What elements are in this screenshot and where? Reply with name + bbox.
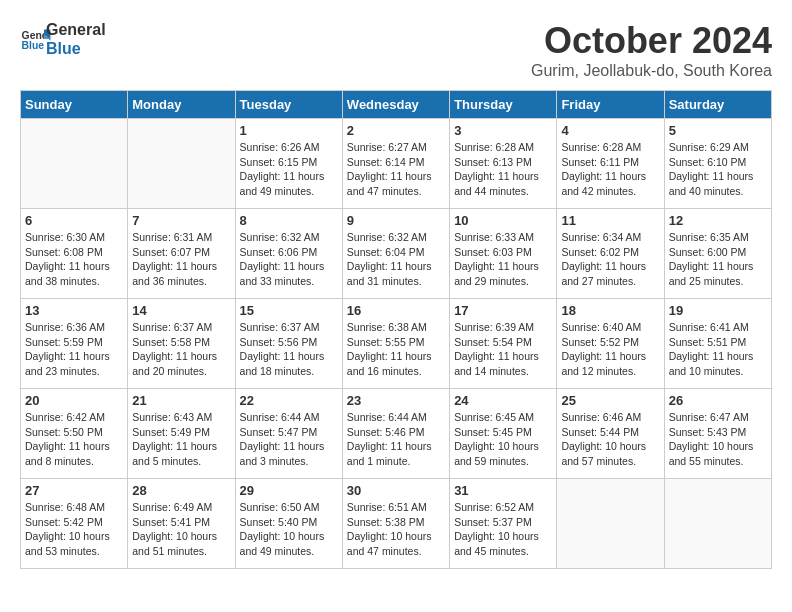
day-number: 27: [25, 483, 123, 498]
calendar-cell: 16Sunrise: 6:38 AMSunset: 5:55 PMDayligh…: [342, 299, 449, 389]
calendar-table: SundayMondayTuesdayWednesdayThursdayFrid…: [20, 90, 772, 569]
cell-content: Sunrise: 6:44 AMSunset: 5:47 PMDaylight:…: [240, 410, 338, 469]
calendar-cell: 24Sunrise: 6:45 AMSunset: 5:45 PMDayligh…: [450, 389, 557, 479]
calendar-cell: 12Sunrise: 6:35 AMSunset: 6:00 PMDayligh…: [664, 209, 771, 299]
cell-content: Sunrise: 6:51 AMSunset: 5:38 PMDaylight:…: [347, 500, 445, 559]
day-number: 23: [347, 393, 445, 408]
weekday-header-thursday: Thursday: [450, 91, 557, 119]
calendar-cell: 3Sunrise: 6:28 AMSunset: 6:13 PMDaylight…: [450, 119, 557, 209]
calendar-cell: [128, 119, 235, 209]
calendar-cell: [664, 479, 771, 569]
cell-content: Sunrise: 6:33 AMSunset: 6:03 PMDaylight:…: [454, 230, 552, 289]
cell-content: Sunrise: 6:37 AMSunset: 5:58 PMDaylight:…: [132, 320, 230, 379]
calendar-cell: 22Sunrise: 6:44 AMSunset: 5:47 PMDayligh…: [235, 389, 342, 479]
day-number: 20: [25, 393, 123, 408]
cell-content: Sunrise: 6:28 AMSunset: 6:13 PMDaylight:…: [454, 140, 552, 199]
calendar-cell: 10Sunrise: 6:33 AMSunset: 6:03 PMDayligh…: [450, 209, 557, 299]
calendar-cell: [21, 119, 128, 209]
calendar-body: 1Sunrise: 6:26 AMSunset: 6:15 PMDaylight…: [21, 119, 772, 569]
calendar-cell: 15Sunrise: 6:37 AMSunset: 5:56 PMDayligh…: [235, 299, 342, 389]
day-number: 31: [454, 483, 552, 498]
calendar-cell: 25Sunrise: 6:46 AMSunset: 5:44 PMDayligh…: [557, 389, 664, 479]
day-number: 21: [132, 393, 230, 408]
cell-content: Sunrise: 6:40 AMSunset: 5:52 PMDaylight:…: [561, 320, 659, 379]
day-number: 29: [240, 483, 338, 498]
day-number: 16: [347, 303, 445, 318]
cell-content: Sunrise: 6:47 AMSunset: 5:43 PMDaylight:…: [669, 410, 767, 469]
calendar-cell: 30Sunrise: 6:51 AMSunset: 5:38 PMDayligh…: [342, 479, 449, 569]
cell-content: Sunrise: 6:28 AMSunset: 6:11 PMDaylight:…: [561, 140, 659, 199]
svg-text:Blue: Blue: [22, 41, 45, 52]
calendar-cell: 11Sunrise: 6:34 AMSunset: 6:02 PMDayligh…: [557, 209, 664, 299]
calendar-cell: 26Sunrise: 6:47 AMSunset: 5:43 PMDayligh…: [664, 389, 771, 479]
cell-content: Sunrise: 6:37 AMSunset: 5:56 PMDaylight:…: [240, 320, 338, 379]
day-number: 26: [669, 393, 767, 408]
cell-content: Sunrise: 6:52 AMSunset: 5:37 PMDaylight:…: [454, 500, 552, 559]
cell-content: Sunrise: 6:46 AMSunset: 5:44 PMDaylight:…: [561, 410, 659, 469]
day-number: 4: [561, 123, 659, 138]
day-number: 12: [669, 213, 767, 228]
calendar-cell: 28Sunrise: 6:49 AMSunset: 5:41 PMDayligh…: [128, 479, 235, 569]
day-number: 28: [132, 483, 230, 498]
calendar-week-3: 13Sunrise: 6:36 AMSunset: 5:59 PMDayligh…: [21, 299, 772, 389]
cell-content: Sunrise: 6:41 AMSunset: 5:51 PMDaylight:…: [669, 320, 767, 379]
calendar-cell: 18Sunrise: 6:40 AMSunset: 5:52 PMDayligh…: [557, 299, 664, 389]
calendar-week-5: 27Sunrise: 6:48 AMSunset: 5:42 PMDayligh…: [21, 479, 772, 569]
calendar-cell: 7Sunrise: 6:31 AMSunset: 6:07 PMDaylight…: [128, 209, 235, 299]
day-number: 5: [669, 123, 767, 138]
day-number: 18: [561, 303, 659, 318]
day-number: 9: [347, 213, 445, 228]
weekday-header-monday: Monday: [128, 91, 235, 119]
cell-content: Sunrise: 6:48 AMSunset: 5:42 PMDaylight:…: [25, 500, 123, 559]
title-area: October 2024 Gurim, Jeollabuk-do, South …: [531, 20, 772, 80]
logo-blue: Blue: [46, 39, 106, 58]
calendar-cell: 17Sunrise: 6:39 AMSunset: 5:54 PMDayligh…: [450, 299, 557, 389]
cell-content: Sunrise: 6:30 AMSunset: 6:08 PMDaylight:…: [25, 230, 123, 289]
day-number: 3: [454, 123, 552, 138]
logo-general: General: [46, 20, 106, 39]
day-number: 10: [454, 213, 552, 228]
cell-content: Sunrise: 6:34 AMSunset: 6:02 PMDaylight:…: [561, 230, 659, 289]
day-number: 14: [132, 303, 230, 318]
calendar-header-row: SundayMondayTuesdayWednesdayThursdayFrid…: [21, 91, 772, 119]
day-number: 1: [240, 123, 338, 138]
weekday-header-wednesday: Wednesday: [342, 91, 449, 119]
day-number: 15: [240, 303, 338, 318]
calendar-cell: 23Sunrise: 6:44 AMSunset: 5:46 PMDayligh…: [342, 389, 449, 479]
calendar-cell: 6Sunrise: 6:30 AMSunset: 6:08 PMDaylight…: [21, 209, 128, 299]
day-number: 2: [347, 123, 445, 138]
day-number: 6: [25, 213, 123, 228]
calendar-cell: 13Sunrise: 6:36 AMSunset: 5:59 PMDayligh…: [21, 299, 128, 389]
cell-content: Sunrise: 6:31 AMSunset: 6:07 PMDaylight:…: [132, 230, 230, 289]
cell-content: Sunrise: 6:42 AMSunset: 5:50 PMDaylight:…: [25, 410, 123, 469]
calendar-cell: 27Sunrise: 6:48 AMSunset: 5:42 PMDayligh…: [21, 479, 128, 569]
day-number: 19: [669, 303, 767, 318]
calendar-week-4: 20Sunrise: 6:42 AMSunset: 5:50 PMDayligh…: [21, 389, 772, 479]
calendar-cell: 8Sunrise: 6:32 AMSunset: 6:06 PMDaylight…: [235, 209, 342, 299]
cell-content: Sunrise: 6:35 AMSunset: 6:00 PMDaylight:…: [669, 230, 767, 289]
day-number: 30: [347, 483, 445, 498]
cell-content: Sunrise: 6:50 AMSunset: 5:40 PMDaylight:…: [240, 500, 338, 559]
cell-content: Sunrise: 6:27 AMSunset: 6:14 PMDaylight:…: [347, 140, 445, 199]
day-number: 11: [561, 213, 659, 228]
cell-content: Sunrise: 6:36 AMSunset: 5:59 PMDaylight:…: [25, 320, 123, 379]
calendar-cell: 9Sunrise: 6:32 AMSunset: 6:04 PMDaylight…: [342, 209, 449, 299]
calendar-cell: 14Sunrise: 6:37 AMSunset: 5:58 PMDayligh…: [128, 299, 235, 389]
calendar-cell: 20Sunrise: 6:42 AMSunset: 5:50 PMDayligh…: [21, 389, 128, 479]
calendar-week-2: 6Sunrise: 6:30 AMSunset: 6:08 PMDaylight…: [21, 209, 772, 299]
cell-content: Sunrise: 6:49 AMSunset: 5:41 PMDaylight:…: [132, 500, 230, 559]
day-number: 22: [240, 393, 338, 408]
cell-content: Sunrise: 6:29 AMSunset: 6:10 PMDaylight:…: [669, 140, 767, 199]
logo: General Blue General Blue: [20, 20, 106, 58]
page-header: General Blue General Blue October 2024 G…: [20, 20, 772, 80]
calendar-week-1: 1Sunrise: 6:26 AMSunset: 6:15 PMDaylight…: [21, 119, 772, 209]
cell-content: Sunrise: 6:32 AMSunset: 6:06 PMDaylight:…: [240, 230, 338, 289]
cell-content: Sunrise: 6:45 AMSunset: 5:45 PMDaylight:…: [454, 410, 552, 469]
calendar-cell: 31Sunrise: 6:52 AMSunset: 5:37 PMDayligh…: [450, 479, 557, 569]
cell-content: Sunrise: 6:43 AMSunset: 5:49 PMDaylight:…: [132, 410, 230, 469]
day-number: 24: [454, 393, 552, 408]
calendar-cell: 1Sunrise: 6:26 AMSunset: 6:15 PMDaylight…: [235, 119, 342, 209]
day-number: 13: [25, 303, 123, 318]
cell-content: Sunrise: 6:44 AMSunset: 5:46 PMDaylight:…: [347, 410, 445, 469]
month-title: October 2024: [531, 20, 772, 62]
